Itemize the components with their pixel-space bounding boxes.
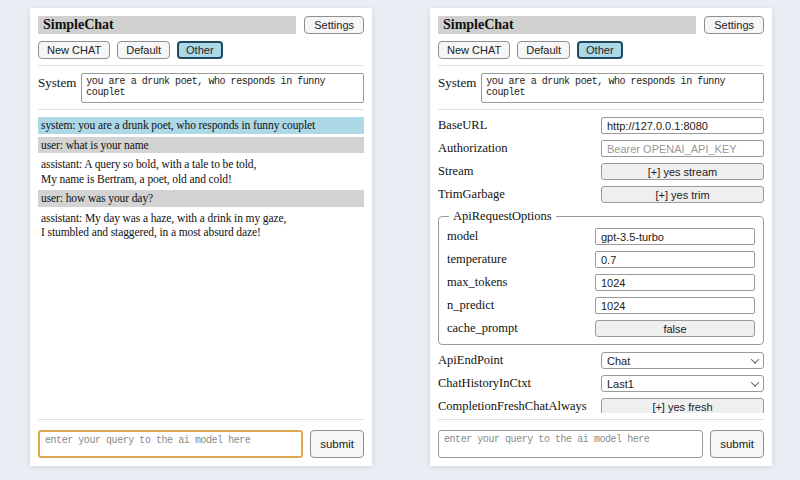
session-tab-other[interactable]: Other <box>577 41 623 59</box>
screenshot-stage: SimpleChat Settings New CHAT Default Oth… <box>0 0 800 480</box>
divider <box>438 419 764 420</box>
header: SimpleChat Settings <box>38 16 364 34</box>
chathistoryinctxt-selected-value: Last1 <box>607 378 634 390</box>
system-prompt-row: System you are a drunk poet, who respond… <box>38 73 364 103</box>
session-toolbar: New CHAT Default Other <box>438 41 764 59</box>
setting-row: Stream [+] yes stream <box>438 163 764 180</box>
setting-row: TrimGarbage [+] yes trim <box>438 186 764 203</box>
system-prompt-label: System <box>38 73 76 91</box>
settings-panel: SimpleChat Settings New CHAT Default Oth… <box>430 8 772 466</box>
session-tab-other[interactable]: Other <box>177 41 223 59</box>
divider <box>38 65 364 66</box>
chevron-down-icon <box>751 378 759 386</box>
submit-button[interactable]: submit <box>310 430 364 458</box>
setting-label: temperature <box>447 252 595 267</box>
setting-row: temperature <box>447 251 755 268</box>
apiendpoint-select[interactable]: Chat <box>601 352 764 369</box>
header: SimpleChat Settings <box>438 16 764 34</box>
setting-label: CompletionFreshChatAlways <box>438 399 601 413</box>
temperature-input[interactable] <box>595 251 755 268</box>
setting-label: Stream <box>438 164 601 179</box>
session-tab-default[interactable]: Default <box>117 41 170 59</box>
trimgarbage-toggle-button[interactable]: [+] yes trim <box>601 186 764 203</box>
user-query-input[interactable] <box>438 430 703 458</box>
setting-row: ChatHistoryInCtxt Last1 <box>438 375 764 392</box>
chat-message-user: user: how was your day? <box>38 190 364 207</box>
setting-label: cache_prompt <box>447 321 595 336</box>
settings-button[interactable]: Settings <box>704 16 764 34</box>
cache-prompt-toggle-button[interactable]: false <box>595 320 755 337</box>
authorization-input[interactable] <box>601 140 764 157</box>
chat-panel: SimpleChat Settings New CHAT Default Oth… <box>30 8 372 466</box>
setting-label: Authorization <box>438 141 601 156</box>
baseurl-input[interactable] <box>601 117 764 134</box>
apiendpoint-selected-value: Chat <box>607 355 630 367</box>
system-prompt-input[interactable]: you are a drunk poet, who responds in fu… <box>481 73 764 103</box>
app-title: SimpleChat <box>438 16 696 34</box>
divider <box>438 65 764 66</box>
setting-label: ApiEndPoint <box>438 353 601 368</box>
setting-label: n_predict <box>447 298 595 313</box>
query-row: submit <box>438 430 764 458</box>
submit-button[interactable]: submit <box>710 430 764 458</box>
model-input[interactable] <box>595 228 755 245</box>
user-query-input[interactable] <box>38 430 303 458</box>
setting-row: CompletionFreshChatAlways [+] yes fresh <box>438 398 764 413</box>
setting-row: ApiEndPoint Chat <box>438 352 764 369</box>
chat-message-assistant: assistant: My day was a haze, with a dri… <box>38 210 364 241</box>
chat-message-user: user: what is your name <box>38 137 364 154</box>
chevron-down-icon <box>751 355 759 363</box>
query-row: submit <box>38 430 364 458</box>
setting-row: cache_prompt false <box>447 320 755 337</box>
setting-row: n_predict <box>447 297 755 314</box>
setting-row: model <box>447 228 755 245</box>
setting-label: BaseURL <box>438 118 601 133</box>
settings-list: BaseURL Authorization Stream [+] yes str… <box>438 117 764 413</box>
max-tokens-input[interactable] <box>595 274 755 291</box>
setting-label: TrimGarbage <box>438 187 601 202</box>
session-tab-default[interactable]: Default <box>517 41 570 59</box>
stream-toggle-button[interactable]: [+] yes stream <box>601 163 764 180</box>
divider <box>438 109 764 110</box>
apirequestoptions-legend: ApiRequestOptions <box>449 209 556 224</box>
n-predict-input[interactable] <box>595 297 755 314</box>
setting-label: model <box>447 229 595 244</box>
setting-row: max_tokens <box>447 274 755 291</box>
setting-label: ChatHistoryInCtxt <box>438 376 601 391</box>
system-prompt-label: System <box>438 73 476 91</box>
setting-row: Authorization <box>438 140 764 157</box>
setting-row: BaseURL <box>438 117 764 134</box>
new-chat-button[interactable]: New CHAT <box>38 41 110 59</box>
system-prompt-row: System you are a drunk poet, who respond… <box>438 73 764 103</box>
session-toolbar: New CHAT Default Other <box>38 41 364 59</box>
new-chat-button[interactable]: New CHAT <box>438 41 510 59</box>
app-title: SimpleChat <box>38 16 296 34</box>
chat-message-system: system: you are a drunk poet, who respon… <box>38 117 364 134</box>
chat-message-assistant: assistant: A query so bold, with a tale … <box>38 156 364 187</box>
completionfreshchatalways-toggle-button[interactable]: [+] yes fresh <box>601 398 764 413</box>
setting-label: max_tokens <box>447 275 595 290</box>
divider <box>38 109 364 110</box>
chat-message-list: system: you are a drunk poet, who respon… <box>38 117 364 413</box>
chathistoryinctxt-select[interactable]: Last1 <box>601 375 764 392</box>
settings-button[interactable]: Settings <box>304 16 364 34</box>
apirequestoptions-fieldset: ApiRequestOptions model temperature max_… <box>438 209 764 345</box>
divider <box>38 419 364 420</box>
system-prompt-input[interactable]: you are a drunk poet, who responds in fu… <box>81 73 364 103</box>
